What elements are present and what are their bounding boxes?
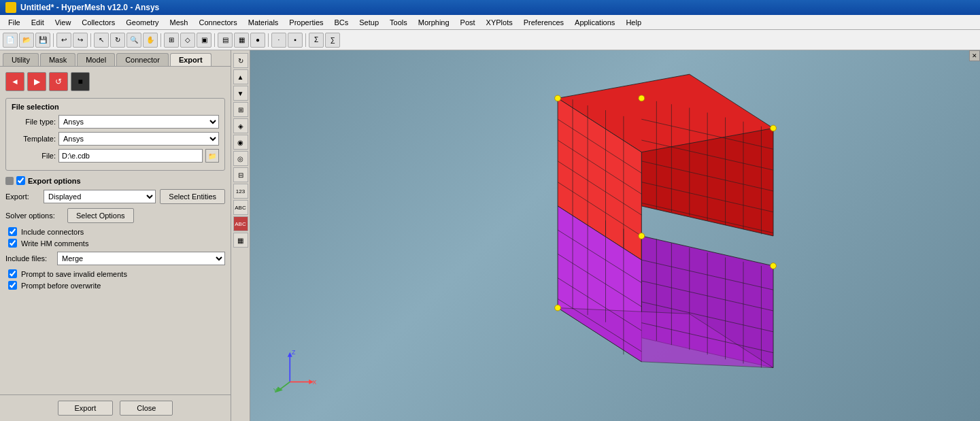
rotate-btn[interactable]: ↻ (110, 33, 125, 48)
export-options-checkbox[interactable] (16, 176, 25, 185)
side-rotate-icon[interactable]: ↻ (233, 53, 248, 68)
menu-post[interactable]: Post (455, 17, 481, 28)
menu-collectors[interactable]: Collectors (76, 17, 120, 28)
side-view1-icon[interactable]: ◈ (233, 118, 248, 133)
svg-point-50 (555, 305, 561, 311)
prompt-invalid-checkbox[interactable] (8, 269, 17, 278)
open-btn[interactable]: 📂 (19, 33, 34, 48)
browse-btn[interactable]: 📁 (205, 149, 219, 163)
side-down-icon[interactable]: ▼ (233, 86, 248, 101)
side-node-icon[interactable]: 123 (233, 184, 248, 199)
svg-point-46 (771, 125, 777, 131)
menu-geometry[interactable]: Geometry (120, 17, 164, 28)
view-iso[interactable]: ◇ (180, 33, 195, 48)
app-icon (5, 2, 16, 13)
menu-morphing[interactable]: Morphing (413, 17, 455, 28)
file-type-select[interactable]: Ansys Nastran Abaqus (58, 115, 219, 129)
select-btn[interactable]: ↖ (94, 33, 109, 48)
quick-btn-4[interactable]: ■ (71, 72, 90, 91)
sum-btn[interactable]: ∑ (325, 33, 340, 48)
undo-btn[interactable]: ↩ (56, 33, 71, 48)
sigma-btn[interactable]: Σ (309, 33, 324, 48)
menu-connectors[interactable]: Connectors (193, 17, 242, 28)
include-connectors-checkbox[interactable] (8, 227, 17, 236)
side-abc2-icon[interactable]: ABC (233, 216, 248, 231)
menu-properties[interactable]: Properties (284, 17, 328, 28)
pan-btn[interactable]: ✋ (143, 33, 158, 48)
save-btn[interactable]: 💾 (35, 33, 50, 48)
template-select[interactable]: Ansys Default (58, 132, 219, 146)
node-btn[interactable]: · (271, 33, 286, 48)
tab-utility[interactable]: Utility (3, 53, 39, 66)
axis-indicator: Z X Y (272, 346, 320, 394)
prompt-overwrite-row: Prompt before overwrite (5, 281, 225, 290)
side-view4-icon[interactable]: ⊟ (233, 167, 248, 182)
file-input[interactable] (58, 149, 203, 163)
quick-btn-2[interactable]: ▶ (27, 72, 46, 91)
elem-btn[interactable]: ▪ (288, 33, 303, 48)
file-type-label: File type: (12, 118, 56, 126)
sep5 (268, 33, 269, 47)
menu-edit[interactable]: Edit (26, 17, 50, 28)
prompt-overwrite-label: Prompt before overwrite (21, 282, 101, 290)
side-up-icon[interactable]: ▲ (233, 69, 248, 84)
menu-bcs[interactable]: BCs (329, 17, 354, 28)
side-fit-icon[interactable]: ⊞ (233, 102, 248, 117)
export-btn[interactable]: Export (58, 401, 114, 416)
write-hm-checkbox[interactable] (8, 239, 17, 248)
window-title: Untitled* - HyperMesh v12.0 - Ansys (20, 3, 159, 12)
file-label: File: (12, 152, 56, 160)
mesh-btn[interactable]: ▦ (234, 33, 249, 48)
menu-mesh[interactable]: Mesh (165, 17, 194, 28)
prompt-overwrite-checkbox[interactable] (8, 281, 17, 290)
fit-btn[interactable]: ⊞ (164, 33, 179, 48)
menu-tools[interactable]: Tools (384, 17, 413, 28)
tab-export[interactable]: Export (170, 53, 212, 66)
side-abc-icon[interactable]: ABC (233, 200, 248, 215)
view-top[interactable]: ▣ (197, 33, 212, 48)
close-btn[interactable]: Close (120, 401, 173, 416)
tab-mask[interactable]: Mask (40, 53, 75, 66)
side-view3-icon[interactable]: ◎ (233, 151, 248, 166)
svg-point-48 (639, 233, 645, 239)
side-view2-icon[interactable]: ◉ (233, 135, 248, 150)
quick-btn-3[interactable]: ↺ (49, 72, 68, 91)
export-select[interactable]: Displayed All Selected (44, 190, 156, 203)
menu-preferences[interactable]: Preferences (518, 17, 569, 28)
select-options-btn[interactable]: Select Options (67, 208, 134, 223)
svg-point-49 (771, 263, 777, 269)
side-grid-icon[interactable]: ▦ (233, 233, 248, 248)
svg-point-47 (555, 95, 561, 101)
file-row: File: 📁 (12, 149, 219, 163)
sep6 (305, 33, 306, 47)
toolbar: 📄 📂 💾 ↩ ↪ ↖ ↻ 🔍 ✋ ⊞ ◇ ▣ ▤ ▦ ● · ▪ Σ ∑ (0, 30, 980, 50)
tab-connector[interactable]: Connector (116, 53, 169, 66)
panel-close-btn[interactable]: ✕ (969, 50, 980, 61)
viewport[interactable]: Z X Y (231, 50, 980, 421)
panel-tabs: Utility Mask Model Connector Export ✕ (0, 50, 231, 67)
solver-row: Solver options: Select Options (5, 208, 225, 223)
select-entities-btn[interactable]: Select Entities (160, 189, 225, 204)
menu-file[interactable]: File (3, 17, 26, 28)
menu-setup[interactable]: Setup (354, 17, 384, 28)
include-files-select[interactable]: Merge Skip Include (57, 252, 225, 265)
sep3 (160, 33, 161, 47)
new-btn[interactable]: 📄 (3, 33, 18, 48)
shading-btn[interactable]: ● (250, 33, 265, 48)
svg-text:Y: Y (273, 387, 277, 394)
main-layout: Utility Mask Model Connector Export ✕ ◄ … (0, 50, 980, 421)
include-connectors-row: Include connectors (5, 227, 225, 236)
tab-model[interactable]: Model (77, 53, 115, 66)
left-panel: Utility Mask Model Connector Export ✕ ◄ … (0, 50, 231, 421)
redo-btn[interactable]: ↪ (73, 33, 88, 48)
menu-materials[interactable]: Materials (243, 17, 284, 28)
menu-view[interactable]: View (50, 17, 77, 28)
menu-xyplots[interactable]: XYPlots (481, 17, 518, 28)
sep2 (90, 33, 91, 47)
file-selection-group: File selection File type: Ansys Nastran … (5, 98, 225, 171)
quick-btn-1[interactable]: ◄ (5, 72, 24, 91)
menu-applications[interactable]: Applications (569, 17, 620, 28)
zoom-btn[interactable]: 🔍 (126, 33, 141, 48)
display-btn[interactable]: ▤ (218, 33, 233, 48)
menu-help[interactable]: Help (620, 17, 647, 28)
